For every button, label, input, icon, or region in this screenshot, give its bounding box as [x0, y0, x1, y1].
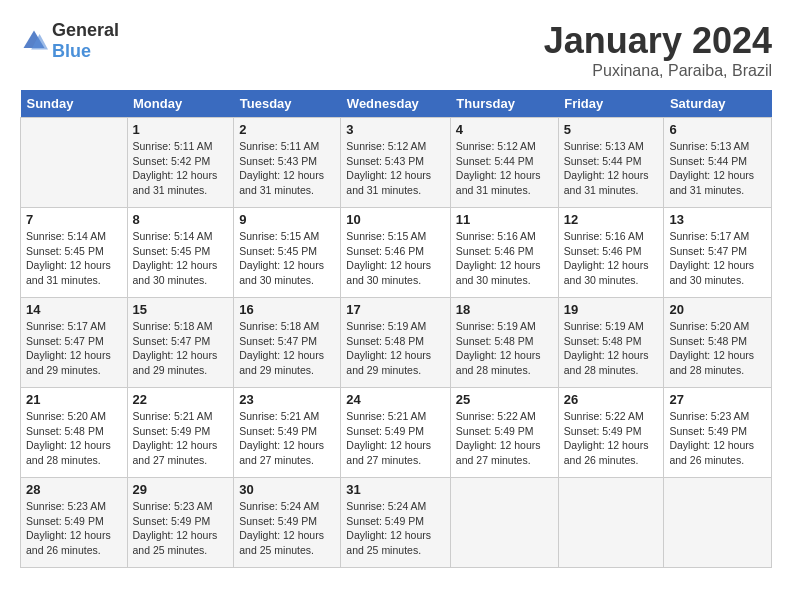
day-number: 13 — [669, 212, 766, 227]
header-cell-tuesday: Tuesday — [234, 90, 341, 118]
day-info: Sunrise: 5:21 AM Sunset: 5:49 PM Dayligh… — [133, 409, 229, 468]
day-number: 15 — [133, 302, 229, 317]
day-number: 29 — [133, 482, 229, 497]
day-info: Sunrise: 5:19 AM Sunset: 5:48 PM Dayligh… — [346, 319, 445, 378]
week-row-4: 21Sunrise: 5:20 AM Sunset: 5:48 PM Dayli… — [21, 388, 772, 478]
day-info: Sunrise: 5:18 AM Sunset: 5:47 PM Dayligh… — [133, 319, 229, 378]
header-cell-wednesday: Wednesday — [341, 90, 451, 118]
day-cell: 20Sunrise: 5:20 AM Sunset: 5:48 PM Dayli… — [664, 298, 772, 388]
day-cell: 27Sunrise: 5:23 AM Sunset: 5:49 PM Dayli… — [664, 388, 772, 478]
day-number: 17 — [346, 302, 445, 317]
day-info: Sunrise: 5:14 AM Sunset: 5:45 PM Dayligh… — [26, 229, 122, 288]
logo: General Blue — [20, 20, 119, 62]
day-number: 1 — [133, 122, 229, 137]
day-cell — [664, 478, 772, 568]
day-info: Sunrise: 5:22 AM Sunset: 5:49 PM Dayligh… — [456, 409, 553, 468]
day-info: Sunrise: 5:12 AM Sunset: 5:43 PM Dayligh… — [346, 139, 445, 198]
day-number: 8 — [133, 212, 229, 227]
day-number: 9 — [239, 212, 335, 227]
day-info: Sunrise: 5:19 AM Sunset: 5:48 PM Dayligh… — [564, 319, 659, 378]
day-cell: 7Sunrise: 5:14 AM Sunset: 5:45 PM Daylig… — [21, 208, 128, 298]
day-number: 25 — [456, 392, 553, 407]
day-number: 11 — [456, 212, 553, 227]
day-info: Sunrise: 5:14 AM Sunset: 5:45 PM Dayligh… — [133, 229, 229, 288]
header-cell-saturday: Saturday — [664, 90, 772, 118]
day-info: Sunrise: 5:20 AM Sunset: 5:48 PM Dayligh… — [26, 409, 122, 468]
day-number: 19 — [564, 302, 659, 317]
month-title: January 2024 — [544, 20, 772, 62]
day-number: 24 — [346, 392, 445, 407]
day-cell: 4Sunrise: 5:12 AM Sunset: 5:44 PM Daylig… — [450, 118, 558, 208]
day-info: Sunrise: 5:23 AM Sunset: 5:49 PM Dayligh… — [669, 409, 766, 468]
day-cell: 17Sunrise: 5:19 AM Sunset: 5:48 PM Dayli… — [341, 298, 451, 388]
location-title: Puxinana, Paraiba, Brazil — [544, 62, 772, 80]
day-number: 30 — [239, 482, 335, 497]
day-number: 28 — [26, 482, 122, 497]
day-cell: 31Sunrise: 5:24 AM Sunset: 5:49 PM Dayli… — [341, 478, 451, 568]
day-cell — [450, 478, 558, 568]
day-cell: 9Sunrise: 5:15 AM Sunset: 5:45 PM Daylig… — [234, 208, 341, 298]
day-info: Sunrise: 5:15 AM Sunset: 5:46 PM Dayligh… — [346, 229, 445, 288]
day-cell: 25Sunrise: 5:22 AM Sunset: 5:49 PM Dayli… — [450, 388, 558, 478]
week-row-2: 7Sunrise: 5:14 AM Sunset: 5:45 PM Daylig… — [21, 208, 772, 298]
day-info: Sunrise: 5:24 AM Sunset: 5:49 PM Dayligh… — [239, 499, 335, 558]
calendar-table: SundayMondayTuesdayWednesdayThursdayFrid… — [20, 90, 772, 568]
day-cell: 19Sunrise: 5:19 AM Sunset: 5:48 PM Dayli… — [558, 298, 664, 388]
day-number: 27 — [669, 392, 766, 407]
day-info: Sunrise: 5:16 AM Sunset: 5:46 PM Dayligh… — [456, 229, 553, 288]
day-info: Sunrise: 5:18 AM Sunset: 5:47 PM Dayligh… — [239, 319, 335, 378]
day-number: 20 — [669, 302, 766, 317]
day-info: Sunrise: 5:11 AM Sunset: 5:42 PM Dayligh… — [133, 139, 229, 198]
week-row-3: 14Sunrise: 5:17 AM Sunset: 5:47 PM Dayli… — [21, 298, 772, 388]
day-cell: 1Sunrise: 5:11 AM Sunset: 5:42 PM Daylig… — [127, 118, 234, 208]
page-header: General Blue January 2024 Puxinana, Para… — [20, 20, 772, 80]
logo-blue: Blue — [52, 41, 91, 61]
header-cell-monday: Monday — [127, 90, 234, 118]
day-number: 10 — [346, 212, 445, 227]
day-info: Sunrise: 5:16 AM Sunset: 5:46 PM Dayligh… — [564, 229, 659, 288]
day-number: 4 — [456, 122, 553, 137]
day-info: Sunrise: 5:11 AM Sunset: 5:43 PM Dayligh… — [239, 139, 335, 198]
day-number: 26 — [564, 392, 659, 407]
logo-general: General — [52, 20, 119, 40]
day-info: Sunrise: 5:21 AM Sunset: 5:49 PM Dayligh… — [346, 409, 445, 468]
day-number: 31 — [346, 482, 445, 497]
day-number: 21 — [26, 392, 122, 407]
title-block: January 2024 Puxinana, Paraiba, Brazil — [544, 20, 772, 80]
day-info: Sunrise: 5:19 AM Sunset: 5:48 PM Dayligh… — [456, 319, 553, 378]
day-cell: 29Sunrise: 5:23 AM Sunset: 5:49 PM Dayli… — [127, 478, 234, 568]
day-number: 16 — [239, 302, 335, 317]
day-cell: 10Sunrise: 5:15 AM Sunset: 5:46 PM Dayli… — [341, 208, 451, 298]
day-number: 22 — [133, 392, 229, 407]
day-info: Sunrise: 5:17 AM Sunset: 5:47 PM Dayligh… — [26, 319, 122, 378]
day-info: Sunrise: 5:21 AM Sunset: 5:49 PM Dayligh… — [239, 409, 335, 468]
day-number: 12 — [564, 212, 659, 227]
day-cell: 22Sunrise: 5:21 AM Sunset: 5:49 PM Dayli… — [127, 388, 234, 478]
logo-icon — [20, 27, 48, 55]
day-cell: 11Sunrise: 5:16 AM Sunset: 5:46 PM Dayli… — [450, 208, 558, 298]
day-number: 6 — [669, 122, 766, 137]
week-row-1: 1Sunrise: 5:11 AM Sunset: 5:42 PM Daylig… — [21, 118, 772, 208]
header-cell-sunday: Sunday — [21, 90, 128, 118]
day-cell: 18Sunrise: 5:19 AM Sunset: 5:48 PM Dayli… — [450, 298, 558, 388]
day-info: Sunrise: 5:23 AM Sunset: 5:49 PM Dayligh… — [26, 499, 122, 558]
day-cell: 3Sunrise: 5:12 AM Sunset: 5:43 PM Daylig… — [341, 118, 451, 208]
day-info: Sunrise: 5:23 AM Sunset: 5:49 PM Dayligh… — [133, 499, 229, 558]
day-cell: 6Sunrise: 5:13 AM Sunset: 5:44 PM Daylig… — [664, 118, 772, 208]
day-cell: 12Sunrise: 5:16 AM Sunset: 5:46 PM Dayli… — [558, 208, 664, 298]
day-cell — [21, 118, 128, 208]
day-info: Sunrise: 5:20 AM Sunset: 5:48 PM Dayligh… — [669, 319, 766, 378]
day-cell: 13Sunrise: 5:17 AM Sunset: 5:47 PM Dayli… — [664, 208, 772, 298]
day-number: 18 — [456, 302, 553, 317]
day-cell: 24Sunrise: 5:21 AM Sunset: 5:49 PM Dayli… — [341, 388, 451, 478]
calendar-header: SundayMondayTuesdayWednesdayThursdayFrid… — [21, 90, 772, 118]
day-cell: 8Sunrise: 5:14 AM Sunset: 5:45 PM Daylig… — [127, 208, 234, 298]
header-cell-thursday: Thursday — [450, 90, 558, 118]
day-number: 5 — [564, 122, 659, 137]
day-info: Sunrise: 5:15 AM Sunset: 5:45 PM Dayligh… — [239, 229, 335, 288]
day-cell: 5Sunrise: 5:13 AM Sunset: 5:44 PM Daylig… — [558, 118, 664, 208]
day-info: Sunrise: 5:17 AM Sunset: 5:47 PM Dayligh… — [669, 229, 766, 288]
day-cell: 14Sunrise: 5:17 AM Sunset: 5:47 PM Dayli… — [21, 298, 128, 388]
day-cell: 23Sunrise: 5:21 AM Sunset: 5:49 PM Dayli… — [234, 388, 341, 478]
day-cell: 30Sunrise: 5:24 AM Sunset: 5:49 PM Dayli… — [234, 478, 341, 568]
